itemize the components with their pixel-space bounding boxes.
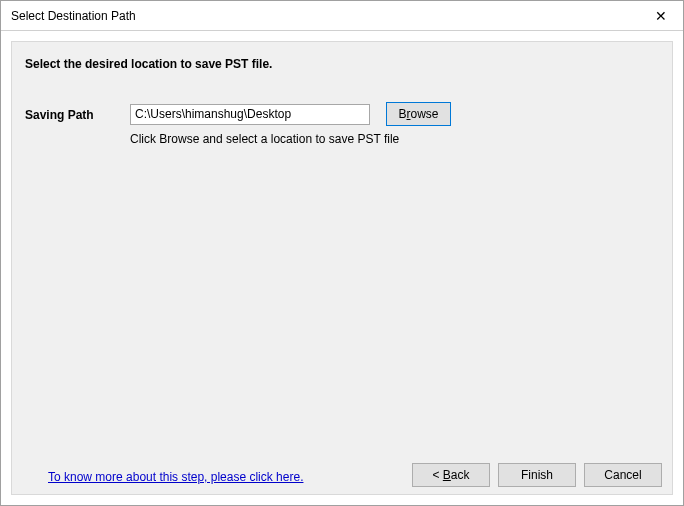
close-icon: ✕ (655, 8, 667, 24)
close-button[interactable]: ✕ (638, 1, 683, 30)
saving-path-row: Saving Path Browse (25, 102, 451, 126)
saving-path-input[interactable] (130, 104, 370, 125)
hint-text: Click Browse and select a location to sa… (130, 132, 399, 146)
back-button[interactable]: < Back (412, 463, 490, 487)
inner-panel: Select the desired location to save PST … (11, 41, 673, 495)
wizard-buttons: < Back Finish Cancel (412, 463, 662, 487)
dialog-window: Select Destination Path ✕ Select the des… (0, 0, 684, 506)
instruction-text: Select the desired location to save PST … (25, 57, 272, 71)
titlebar: Select Destination Path ✕ (1, 1, 683, 31)
help-link[interactable]: To know more about this step, please cli… (48, 470, 303, 484)
saving-path-label: Saving Path (25, 106, 130, 122)
finish-button[interactable]: Finish (498, 463, 576, 487)
window-title: Select Destination Path (11, 9, 136, 23)
browse-button[interactable]: Browse (386, 102, 451, 126)
cancel-button[interactable]: Cancel (584, 463, 662, 487)
content-area: Select the desired location to save PST … (1, 31, 683, 505)
